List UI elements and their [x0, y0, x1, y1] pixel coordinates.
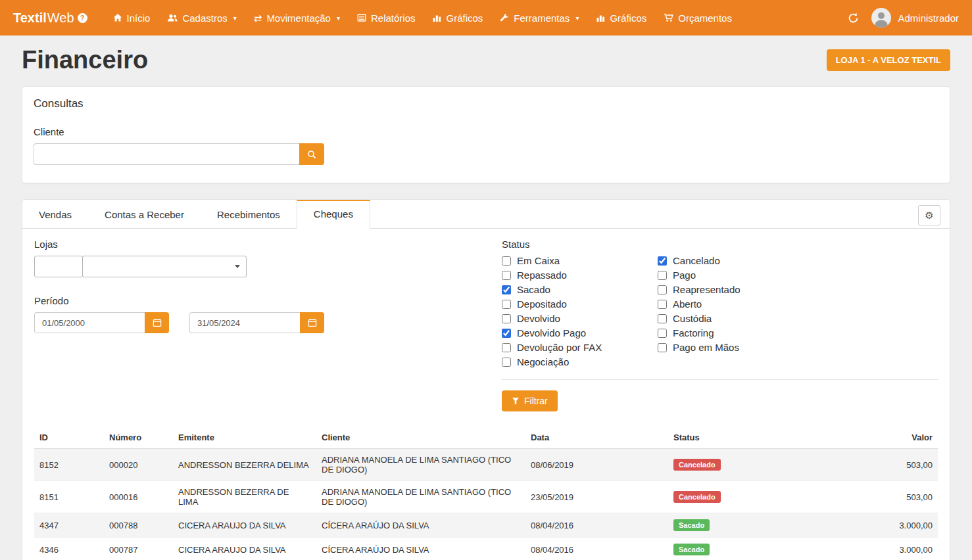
status-checkbox[interactable]: [502, 329, 511, 338]
header-status: Status: [668, 427, 810, 449]
date-to-input[interactable]: [189, 312, 300, 333]
status-option[interactable]: Devolução por FAX: [502, 342, 658, 352]
status-label: Status: [502, 239, 938, 250]
tab-bar: Vendas Contas a Receber Recebimentos Che…: [22, 200, 950, 229]
cell-numero: 000788: [104, 513, 173, 538]
status-option-label: Reapresentado: [673, 285, 741, 294]
cell-id: 4346: [34, 538, 104, 560]
table-row[interactable]: 8151000016ANDRESSON BEZERRA DE LIMAADRIA…: [34, 481, 938, 513]
status-checkbox[interactable]: [502, 300, 511, 309]
cell-id: 8152: [34, 449, 104, 481]
cell-data: 08/04/2016: [525, 538, 668, 560]
status-option[interactable]: Devolvido Pago: [502, 328, 658, 338]
status-checkbox[interactable]: [658, 285, 667, 294]
cliente-search-input[interactable]: [34, 143, 299, 165]
header-valor: Valor: [810, 427, 938, 449]
chevron-down-icon: ▾: [337, 14, 340, 22]
loja-code-select[interactable]: [34, 256, 83, 277]
status-checkbox[interactable]: [658, 300, 667, 309]
nav-inicio[interactable]: Início: [105, 0, 159, 35]
status-option[interactable]: Sacado: [502, 285, 658, 294]
status-option[interactable]: Factoring: [658, 328, 814, 338]
status-checkbox[interactable]: [502, 358, 511, 367]
cell-status: Cancelado: [668, 481, 810, 513]
calendar-icon: [308, 318, 317, 327]
users-icon: [167, 13, 178, 22]
status-option[interactable]: Reapresentado: [658, 285, 814, 294]
status-option-label: Repassado: [517, 270, 567, 280]
nav-ferramentas[interactable]: Ferramentas ▾: [491, 0, 587, 35]
nav-cadastros[interactable]: Cadastros ▾: [158, 0, 245, 35]
tab-recebimentos[interactable]: Recebimentos: [201, 200, 297, 229]
cell-valor: 503,00: [810, 481, 938, 513]
cell-emitente: ANDRESSON BEZERRA DE LIMA: [173, 481, 316, 513]
lojas-label: Lojas: [34, 239, 502, 250]
status-option-label: Negociação: [517, 357, 569, 367]
status-badge: Sacado: [673, 544, 710, 555]
table-row[interactable]: 4346000787CICERA ARAUJO DA SILVACÍCERA A…: [34, 538, 938, 560]
status-checkbox[interactable]: [658, 271, 667, 280]
calendar-icon: [153, 318, 162, 327]
gear-icon: ⚙: [925, 210, 933, 222]
nav-label: Relatórios: [371, 12, 416, 24]
calendar-from-button[interactable]: [145, 312, 169, 333]
status-option[interactable]: Repassado: [502, 270, 658, 280]
status-option[interactable]: Cancelado: [658, 256, 814, 266]
store-button[interactable]: LOJA 1 - A VELOZ TEXTIL: [827, 49, 950, 71]
status-checkbox[interactable]: [502, 271, 511, 280]
nav-orcamentos[interactable]: Orçamentos: [655, 0, 741, 35]
refresh-button[interactable]: [848, 12, 859, 24]
search-button[interactable]: [299, 143, 324, 165]
nav-graficos-1[interactable]: Gráficos: [424, 0, 491, 35]
nav-label: Cadastros: [182, 12, 227, 24]
cell-id: 8151: [34, 481, 104, 513]
nav-movimentacao[interactable]: ⇄ Movimentação ▾: [245, 0, 349, 35]
status-checkbox[interactable]: [658, 314, 667, 323]
consultas-title: Consultas: [34, 97, 938, 110]
status-option[interactable]: Pago em Mãos: [658, 342, 814, 352]
status-checkbox[interactable]: [658, 256, 667, 266]
status-option[interactable]: Aberto: [658, 299, 814, 309]
status-checkbox[interactable]: [502, 314, 511, 323]
nav-label: Gráficos: [610, 12, 646, 24]
status-option[interactable]: Depositado: [502, 299, 658, 309]
status-option-label: Pago em Mãos: [673, 342, 739, 352]
tab-cheques[interactable]: Cheques: [297, 200, 370, 229]
status-option[interactable]: Pago: [658, 270, 814, 280]
status-checkbox[interactable]: [658, 329, 667, 338]
calendar-to-button[interactable]: [300, 312, 324, 333]
status-option-label: Cancelado: [673, 256, 720, 266]
settings-button[interactable]: ⚙: [918, 205, 940, 225]
tab-contas-a-receber[interactable]: Contas a Receber: [88, 200, 201, 229]
tabs-panel: Vendas Contas a Receber Recebimentos Che…: [22, 199, 950, 560]
status-checkbox[interactable]: [502, 285, 511, 294]
chevron-down-icon: ▾: [233, 14, 237, 22]
cell-valor: 503,00: [810, 449, 938, 481]
nav-graficos-2[interactable]: Gráficos: [587, 0, 655, 35]
date-from-input[interactable]: [34, 312, 145, 333]
cell-data: 08/06/2019: [525, 449, 668, 481]
status-checkbox[interactable]: [502, 343, 511, 352]
cell-valor: 3.000,00: [810, 538, 938, 560]
user-menu[interactable]: Administrador: [871, 8, 959, 28]
tab-vendas[interactable]: Vendas: [22, 200, 88, 229]
status-checkbox[interactable]: [658, 343, 667, 352]
wrench-icon: [500, 13, 509, 22]
status-option[interactable]: Devolvido: [502, 314, 658, 323]
help-icon[interactable]: ?: [78, 13, 87, 23]
header-id: ID: [34, 427, 104, 449]
table-row[interactable]: 4347000788CICERA ARAUJO DA SILVACÍCERA A…: [34, 513, 938, 538]
brand-logo[interactable]: TextilWeb ?: [13, 11, 87, 26]
status-checkbox[interactable]: [502, 256, 511, 266]
status-option[interactable]: Negociação: [502, 357, 658, 367]
filter-button[interactable]: Filtrar: [502, 390, 558, 411]
status-option[interactable]: Em Caixa: [502, 256, 658, 266]
status-option[interactable]: Custódia: [658, 314, 814, 323]
cell-emitente: ANDRESSON BEZERRA DELIMA: [173, 449, 316, 481]
status-option-label: Devolvido Pago: [517, 328, 586, 338]
nav-relatorios[interactable]: Relatórios: [349, 0, 424, 35]
search-icon: [307, 150, 316, 159]
table-row[interactable]: 8152000020ANDRESSON BEZERRA DELIMAADRIAN…: [34, 449, 938, 481]
status-option-label: Depositado: [517, 299, 567, 309]
loja-select[interactable]: [82, 256, 247, 277]
